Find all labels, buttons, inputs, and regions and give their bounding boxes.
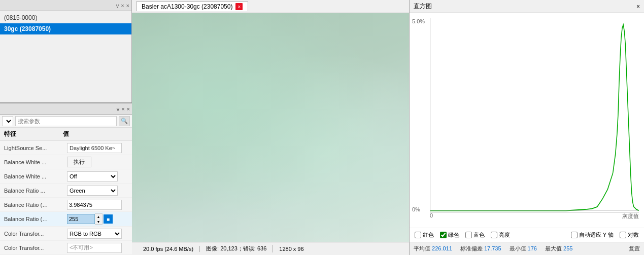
auto-y-checkbox[interactable] xyxy=(571,232,578,238)
camera-titlebar: Basler acA1300-30gc (23087050) × xyxy=(132,0,409,13)
checkbox-green[interactable]: 绿色 xyxy=(440,231,459,239)
balance-ratio-spin-input[interactable] xyxy=(67,214,95,224)
props-titlebar-icons: v × × xyxy=(117,106,130,112)
spin-up-button[interactable]: ▲ xyxy=(95,214,102,219)
feature-balanceratio-spin: Balance Ratio (… xyxy=(4,216,67,222)
stat-max-label: 最大值 xyxy=(545,245,563,251)
log-label: 对数 xyxy=(628,231,639,239)
brightness-checkbox[interactable] xyxy=(491,232,497,238)
feature-balancewhite-btn: Balance White ... xyxy=(4,159,67,165)
checkbox-auto-y[interactable]: 自动适应 Y 轴 xyxy=(571,231,614,239)
props-header: 特征 值 xyxy=(0,128,132,141)
green-label: 绿色 xyxy=(448,231,459,239)
histogram-x-zero-label: 0 xyxy=(430,212,433,218)
props-row-colortransform-sel: Color Transfor... RGB to RGB xyxy=(0,227,132,241)
histogram-y-zero-label: 0% xyxy=(412,206,420,212)
balance-white-select[interactable]: Off On xyxy=(67,171,118,181)
histogram-stats: 平均值 226.011 标准偏差 17.735 最小值 176 最大值 255 … xyxy=(410,242,644,255)
left-panel: v × × (0815-0000) 30gc (23087050) v × × xyxy=(0,0,132,255)
stat-mean-label: 平均值 xyxy=(414,245,432,251)
feature-balancewhite-sel: Balance White ... xyxy=(4,173,67,179)
value-balanceratio-spin: ▲ ▼ ■ xyxy=(67,213,128,225)
props-row-lightsource: LightSource Se... Daylight 6500 Ke~ xyxy=(0,141,132,155)
blue-indicator[interactable]: ■ xyxy=(104,214,113,224)
stat-max-value: 255 xyxy=(563,245,572,251)
left-top-bar: v × × xyxy=(0,0,131,11)
stat-stddev-label: 标准偏差 xyxy=(460,245,483,251)
middle-panel: Basler acA1300-30gc (23087050) × 20.0 fp… xyxy=(132,0,409,255)
device-item-1[interactable]: (0815-0000) xyxy=(0,12,131,23)
stat-min-label: 最小值 xyxy=(510,245,528,251)
spin-down-button[interactable]: ▼ xyxy=(95,219,102,224)
red-checkbox[interactable] xyxy=(415,232,421,238)
props-row-balanceratio-text: Balance Ratio (… xyxy=(0,198,132,212)
feature-balanceratio-text: Balance Ratio (… xyxy=(4,202,67,208)
spin-container: ▲ ▼ ■ xyxy=(67,213,113,225)
balance-white-exec-button[interactable]: 执行 xyxy=(67,157,91,167)
value-balancewhite-btn: 执行 xyxy=(67,157,128,167)
blue-checkbox[interactable] xyxy=(465,232,472,238)
log-checkbox[interactable] xyxy=(620,232,626,238)
feature-colortransform-text: Color Transfor... xyxy=(4,245,67,251)
stat-min-value: 176 xyxy=(528,245,537,251)
props-search-button[interactable]: 🔍 xyxy=(119,116,130,126)
status-image: 图像: 20,123；错误: 636 xyxy=(200,245,273,252)
status-fps: 20.0 fps (24.6 MB/s) xyxy=(137,246,200,252)
stat-stddev: 标准偏差 17.735 xyxy=(460,245,501,252)
props-minimize-icon[interactable]: v xyxy=(117,106,120,112)
camera-tab-title: Basler acA1300-30gc (23087050) xyxy=(142,3,232,10)
close-left-icon[interactable]: × xyxy=(126,3,129,9)
spin-buttons: ▲ ▼ xyxy=(95,213,103,225)
color-transform-select[interactable]: RGB to RGB xyxy=(67,229,122,239)
checkbox-log[interactable]: 对数 xyxy=(620,231,639,239)
feature-colortransform-sel: Color Transfor... xyxy=(4,231,67,237)
props-row-colortransform-text: Color Transfor... <不可用> xyxy=(0,241,132,255)
props-row-balanceratio-spin: Balance Ratio (… ▲ ▼ ■ xyxy=(0,212,132,227)
histogram-title: 直方图 xyxy=(414,2,432,11)
props-row-balancewhite-sel: Balance White ... Off On xyxy=(0,169,132,184)
camera-tab[interactable]: Basler acA1300-30gc (23087050) × xyxy=(136,2,248,11)
status-resolution: 1280 x 96 xyxy=(273,246,310,252)
value-colortransform-sel: RGB to RGB xyxy=(67,229,128,239)
props-row-balancewhite-btn: Balance White ... 执行 xyxy=(0,155,132,169)
histogram-controls: 红色 绿色 蓝色 亮度 自动适应 Y 轴 对数 xyxy=(410,228,644,242)
main-container: v × × (0815-0000) 30gc (23087050) v × × xyxy=(0,0,644,255)
red-label: 红色 xyxy=(423,231,434,239)
balance-ratio-color-select[interactable]: Red Green Blue xyxy=(67,186,118,196)
green-checkbox[interactable] xyxy=(440,232,447,238)
checkbox-brightness[interactable]: 亮度 xyxy=(491,231,510,239)
props-panel: v × × 🔍 特征 值 LightSource Se... xyxy=(0,102,132,255)
chart-area xyxy=(430,18,639,212)
lightsource-value-text[interactable]: Daylight 6500 Ke~ xyxy=(67,143,122,153)
value-balanceratio-text xyxy=(67,200,128,210)
value-balancewhite-sel: Off On xyxy=(67,171,128,181)
right-panel: 直方图 × 5.0% 0% 灰度值 0 红色 xyxy=(409,0,644,255)
histogram-chart-area: 5.0% 0% 灰度值 0 xyxy=(410,13,644,228)
histogram-svg xyxy=(430,18,639,212)
camera-tab-close-button[interactable]: × xyxy=(235,3,243,10)
props-detach-icon[interactable]: × xyxy=(121,106,124,112)
props-search-input[interactable] xyxy=(15,116,117,126)
props-category-dropdown[interactable] xyxy=(2,116,13,126)
checkbox-red[interactable]: 红色 xyxy=(415,231,434,239)
minimize-icon[interactable]: v xyxy=(116,3,119,9)
device-list: (0815-0000) 30gc (23087050) xyxy=(0,11,131,102)
feature-balanceratio-sel: Balance Ratio ... xyxy=(4,188,67,194)
histogram-close-button[interactable]: × xyxy=(636,3,640,10)
stat-mean: 平均值 226.011 xyxy=(414,245,452,252)
value-balanceratio-sel: Red Green Blue xyxy=(67,186,128,196)
detach-icon[interactable]: × xyxy=(121,3,124,9)
props-close-icon[interactable]: × xyxy=(127,106,130,112)
stat-max: 最大值 255 xyxy=(545,245,572,252)
header-value: 值 xyxy=(63,130,124,138)
brightness-label: 亮度 xyxy=(499,231,510,239)
value-colortransform-text: <不可用> xyxy=(67,243,128,253)
feature-lightsource: LightSource Se... xyxy=(4,145,67,151)
checkbox-blue[interactable]: 蓝色 xyxy=(465,231,485,239)
reset-button[interactable]: 复置 xyxy=(629,245,640,252)
stat-stddev-value: 17.735 xyxy=(484,245,501,251)
auto-y-label: 自动适应 Y 轴 xyxy=(579,231,614,239)
props-titlebar: v × × xyxy=(0,103,132,115)
balance-ratio-value-input[interactable] xyxy=(67,200,122,210)
device-item-2[interactable]: 30gc (23087050) xyxy=(0,23,131,34)
